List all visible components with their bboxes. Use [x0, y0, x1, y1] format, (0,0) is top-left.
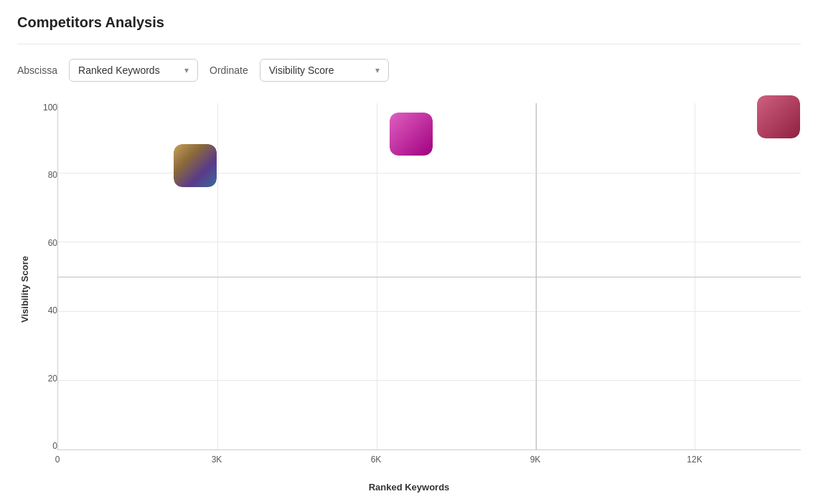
y-tick: 20	[48, 374, 57, 383]
abscissa-chevron-icon: ▾	[184, 65, 189, 75]
ordinate-chevron-icon: ▾	[375, 65, 380, 75]
abscissa-label: Abscissa	[17, 65, 57, 76]
ordinate-label: Ordinate	[210, 65, 248, 76]
y-axis-label: Visibility Score	[17, 103, 32, 476]
ordinate-dropdown[interactable]: Visibility Score ▾	[260, 59, 389, 82]
divider	[17, 44, 801, 44]
x-tick: 3K	[212, 455, 222, 465]
abscissa-dropdown[interactable]: Ranked Keywords ▾	[69, 59, 198, 82]
data-point-icon[interactable]	[174, 144, 217, 187]
y-tick: 0	[52, 442, 57, 450]
controls-bar: Abscissa Ranked Keywords ▾ Ordinate Visi…	[17, 59, 801, 82]
x-tick: 0	[55, 455, 60, 465]
y-tick: 60	[48, 239, 57, 247]
median-line-v	[536, 103, 537, 450]
grid-line-h	[58, 380, 801, 381]
x-axis-labels: 03K6K9K12K	[57, 450, 801, 476]
plot-inner	[57, 103, 801, 450]
y-ticks: 100806040200	[34, 103, 57, 476]
y-tick: 40	[48, 306, 57, 315]
x-tick: 6K	[371, 455, 382, 465]
data-point-icon[interactable]	[390, 113, 433, 156]
grid-line-h	[58, 242, 801, 242]
median-line-h	[58, 277, 801, 277]
chart-plot: 03K6K9K12K	[57, 103, 801, 476]
y-tick: 100	[43, 103, 57, 112]
ordinate-value: Visibility Score	[269, 65, 334, 76]
y-tick: 80	[48, 171, 57, 179]
page-title: Competitors Analysis	[17, 14, 801, 31]
grid-line-h	[58, 173, 801, 173]
chart-area: Visibility Score 100806040200 03K6K9K12K	[17, 103, 801, 476]
x-tick: 9K	[530, 455, 541, 465]
x-tick: 12K	[687, 455, 702, 465]
grid-line-h	[58, 311, 801, 312]
page-container: Competitors Analysis Abscissa Ranked Key…	[0, 0, 818, 504]
data-point-icon[interactable]	[757, 95, 800, 138]
abscissa-value: Ranked Keywords	[78, 65, 160, 76]
x-axis-title: Ranked Keywords	[17, 482, 801, 493]
